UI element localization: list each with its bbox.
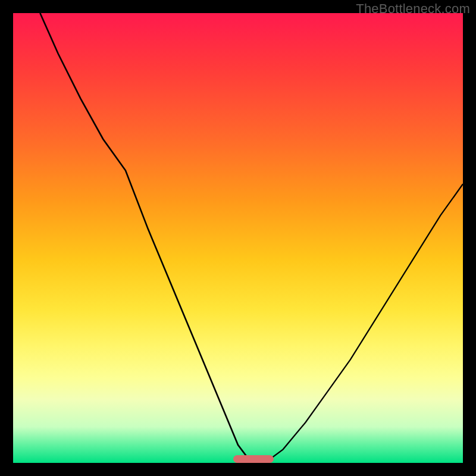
chart-frame: TheBottleneck.com [0,0,476,476]
watermark-text: TheBottleneck.com [356,1,470,17]
curve-right-branch [265,184,463,463]
plot-area [13,13,463,463]
curve-left-branch [40,13,251,463]
bottleneck-curve [13,13,463,463]
optimal-range-marker [233,455,274,463]
